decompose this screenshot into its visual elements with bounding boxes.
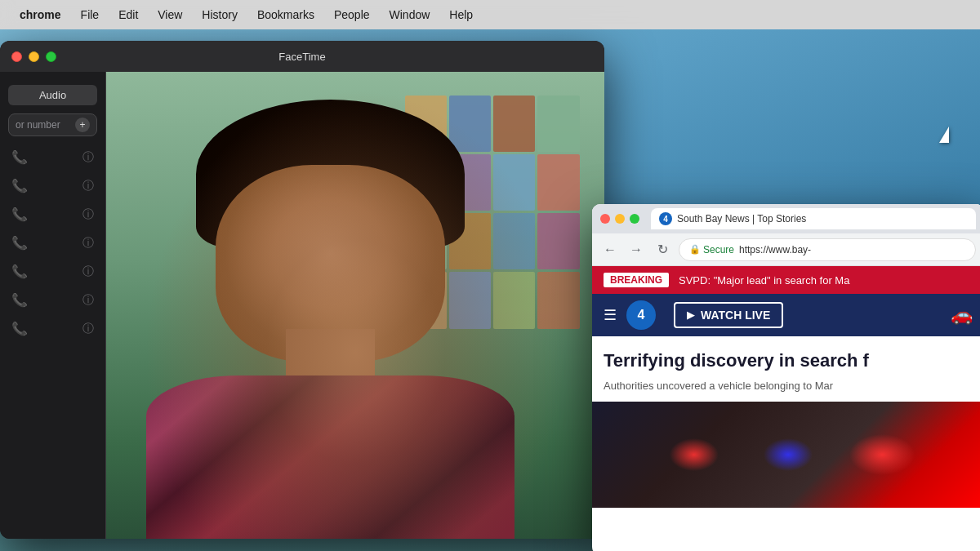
contact-row[interactable]: 📞 ⓘ bbox=[0, 314, 105, 343]
chrome-omnibar: ← → ↻ 🔒 Secure https://www.bay- bbox=[592, 233, 980, 266]
breaking-text: SVPD: "Major lead" in search for Ma bbox=[679, 274, 849, 287]
menu-file[interactable]: File bbox=[71, 5, 109, 24]
tab-favicon: 4 bbox=[659, 212, 672, 225]
phone-icon: 📞 bbox=[11, 207, 28, 222]
info-icon[interactable]: ⓘ bbox=[82, 150, 94, 165]
chrome-tab[interactable]: 4 South Bay News | Top Stories bbox=[651, 208, 976, 229]
contact-row[interactable]: 📞 ⓘ bbox=[0, 229, 105, 257]
news-image bbox=[592, 402, 980, 508]
chrome-window: 4 South Bay News | Top Stories ← → ↻ 🔒 S… bbox=[592, 204, 980, 551]
menu-people[interactable]: People bbox=[324, 5, 380, 24]
add-contact-button[interactable]: + bbox=[75, 118, 90, 132]
car-icon: 🚗 bbox=[951, 304, 973, 326]
video-overlay bbox=[106, 72, 604, 539]
traffic-lights bbox=[11, 51, 56, 62]
menu-view[interactable]: View bbox=[148, 5, 192, 24]
police-lights bbox=[631, 423, 945, 487]
menu-bar: chrome File Edit View History Bookmarks … bbox=[0, 0, 980, 29]
news-headline: Terrifying discovery in search f bbox=[604, 349, 973, 372]
close-button[interactable] bbox=[11, 51, 22, 62]
news-navbar: ☰ 4 ▶ WATCH LIVE 🚗 bbox=[592, 294, 980, 336]
news-subtext: Authorities uncovered a vehicle belongin… bbox=[604, 379, 973, 393]
chrome-titlebar: 4 South Bay News | Top Stories bbox=[592, 204, 980, 233]
chrome-close-button[interactable] bbox=[600, 214, 610, 224]
facetime-sidebar: Audio or number + 📞 ⓘ 📞 ⓘ 📞 ⓘ 📞 ⓘ bbox=[0, 72, 106, 539]
search-placeholder-text: or number bbox=[16, 119, 70, 131]
news-content: Terrifying discovery in search f Authori… bbox=[592, 336, 980, 402]
chrome-minimize-button[interactable] bbox=[615, 214, 625, 224]
facetime-window: FaceTime Audio or number + 📞 ⓘ 📞 ⓘ 📞 ⓘ 📞… bbox=[0, 41, 604, 539]
info-icon[interactable]: ⓘ bbox=[82, 293, 94, 308]
back-button[interactable]: ← bbox=[600, 240, 620, 260]
news-logo: 4 bbox=[626, 300, 656, 330]
info-icon[interactable]: ⓘ bbox=[82, 179, 94, 193]
phone-icon: 📞 bbox=[11, 264, 28, 279]
refresh-button[interactable]: ↻ bbox=[653, 240, 672, 260]
contact-row[interactable]: 📞 ⓘ bbox=[0, 257, 105, 286]
phone-icon: 📞 bbox=[11, 321, 28, 336]
contact-row[interactable]: 📞 ⓘ bbox=[0, 171, 105, 200]
phone-icon: 📞 bbox=[11, 235, 28, 251]
breaking-label: BREAKING bbox=[604, 273, 669, 287]
tab-title: South Bay News | Top Stories bbox=[677, 213, 806, 224]
secure-label: Secure bbox=[703, 244, 734, 256]
info-icon[interactable]: ⓘ bbox=[82, 264, 94, 279]
contact-row[interactable]: 📞 ⓘ bbox=[0, 286, 105, 314]
audio-button[interactable]: Audio bbox=[8, 85, 97, 105]
info-icon[interactable]: ⓘ bbox=[82, 207, 94, 222]
phone-icon: 📞 bbox=[11, 178, 28, 193]
menu-edit[interactable]: Edit bbox=[109, 5, 148, 24]
minimize-button[interactable] bbox=[29, 51, 39, 62]
hamburger-menu-icon[interactable]: ☰ bbox=[604, 306, 617, 324]
chrome-maximize-button[interactable] bbox=[630, 214, 639, 224]
address-bar[interactable]: 🔒 Secure https://www.bay- bbox=[679, 238, 976, 261]
lock-icon: 🔒 bbox=[689, 244, 701, 255]
menu-chrome[interactable]: chrome bbox=[10, 5, 71, 24]
menu-window[interactable]: Window bbox=[380, 5, 440, 24]
watch-live-button[interactable]: ▶ WATCH LIVE bbox=[674, 302, 783, 328]
phone-icon: 📞 bbox=[11, 292, 28, 308]
facetime-title: FaceTime bbox=[278, 51, 325, 63]
watch-live-label: WATCH LIVE bbox=[701, 309, 770, 322]
phone-icon: 📞 bbox=[11, 149, 28, 165]
facetime-video bbox=[106, 72, 604, 539]
maximize-button[interactable] bbox=[46, 51, 56, 62]
play-icon: ▶ bbox=[687, 309, 694, 321]
menu-help[interactable]: Help bbox=[439, 5, 483, 24]
secure-badge: 🔒 Secure bbox=[689, 244, 734, 256]
breaking-news-bar: BREAKING SVPD: "Major lead" in search fo… bbox=[592, 266, 980, 294]
forward-button[interactable]: → bbox=[626, 240, 646, 260]
contact-row[interactable]: 📞 ⓘ bbox=[0, 200, 105, 229]
menu-bookmarks[interactable]: Bookmarks bbox=[247, 5, 324, 24]
facetime-titlebar: FaceTime bbox=[0, 41, 604, 72]
search-bar[interactable]: or number + bbox=[8, 113, 97, 136]
url-text: https://www.bay- bbox=[739, 244, 811, 256]
info-icon[interactable]: ⓘ bbox=[82, 236, 94, 251]
contact-row[interactable]: 📞 ⓘ bbox=[0, 143, 105, 171]
info-icon[interactable]: ⓘ bbox=[82, 322, 94, 336]
menu-history[interactable]: History bbox=[192, 5, 247, 24]
contacts-list: 📞 ⓘ 📞 ⓘ 📞 ⓘ 📞 ⓘ 📞 ⓘ 📞 ⓘ bbox=[0, 140, 105, 531]
